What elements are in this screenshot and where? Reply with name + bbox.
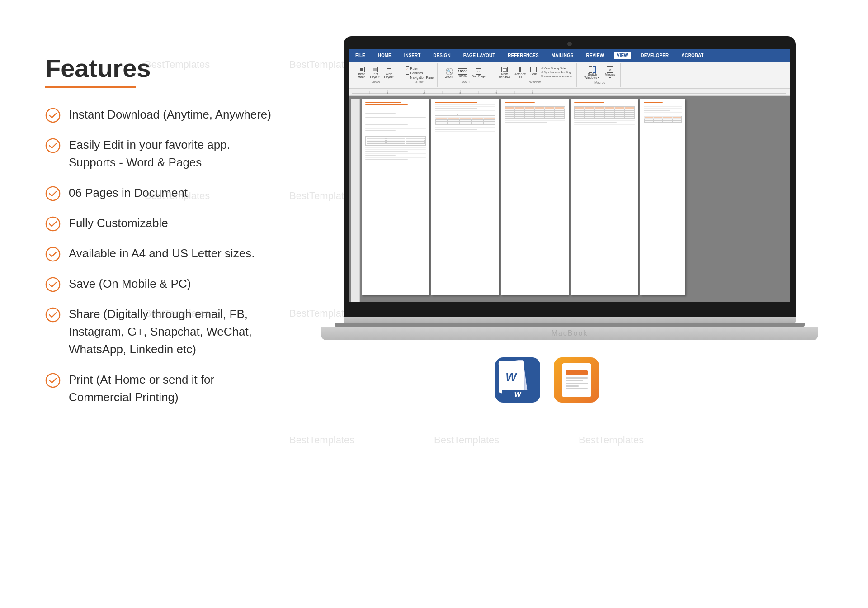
toolbar-window-group: New Window Arrange — [494, 63, 576, 87]
word-ribbon: FILE HOME INSERT DESIGN PAGE LAYOUT REFE… — [349, 49, 790, 62]
feature-list: Instant Download (Anytime, Anywhere) Eas… — [45, 106, 307, 406]
ribbon-tab-acrobat[interactable]: ACROBAT — [679, 52, 706, 59]
ribbon-tab-developer[interactable]: DEVELOPER — [638, 52, 672, 59]
ribbon-tab-pagelayout[interactable]: PAGE LAYOUT — [461, 52, 498, 59]
laptop-base: MacBook — [321, 317, 818, 344]
macros-button[interactable]: M Macros ▼ — [604, 66, 617, 80]
features-panel: Features Instant Download (Anytime, Anyw… — [45, 36, 307, 419]
svg-point-2 — [46, 186, 60, 200]
check-icon — [45, 247, 61, 262]
word-app-icon: W W — [495, 357, 540, 403]
one-page-button[interactable]: ▭ One Page — [470, 67, 487, 79]
new-window-button[interactable]: New Window — [497, 66, 511, 80]
list-item: 06 Pages in Document — [45, 184, 307, 202]
arrange-all-button[interactable]: Arrange All — [513, 66, 527, 80]
switch-windows-button[interactable]: Switch Windows▼ — [583, 66, 602, 80]
check-icon — [45, 138, 61, 153]
toolbar-zoom-group: 🔍 Zoom 100% 100% ▭ One — [440, 63, 491, 87]
word-content-area — [349, 96, 790, 302]
ribbon-tab-review[interactable]: REVIEW — [584, 52, 607, 59]
laptop-screen-inner: FILE HOME INSERT DESIGN PAGE LAYOUT REFE… — [349, 49, 790, 302]
ribbon-tab-insert[interactable]: INSERT — [401, 52, 424, 59]
svg-point-1 — [46, 138, 60, 152]
feature-text: Save (On Mobile & PC) — [69, 275, 307, 293]
svg-point-6 — [46, 308, 60, 321]
print-layout-button[interactable]: Print Layout — [369, 66, 381, 80]
ribbon-tab-mailings[interactable]: MAILINGS — [549, 52, 576, 59]
toolbar-switch-group: Switch Windows▼ M Macros ▼ Mac — [580, 63, 621, 87]
read-mode-button[interactable]: Read Mode — [356, 66, 367, 80]
list-item: Share (Digitally through email, FB,Insta… — [45, 305, 307, 358]
laptop-hinge — [335, 323, 805, 327]
feature-text: 06 Pages in Document — [69, 184, 307, 202]
doc-page-5 — [640, 99, 685, 295]
svg-point-7 — [46, 373, 60, 387]
check-icon — [45, 277, 61, 292]
laptop-base-bottom: MacBook — [321, 327, 818, 340]
doc-page-4 — [571, 99, 638, 295]
ribbon-tab-home[interactable]: HOME — [375, 52, 394, 59]
laptop-screen-outer: FILE HOME INSERT DESIGN PAGE LAYOUT REFE… — [344, 36, 796, 321]
toolbar-show-group: ✓ Ruler Gridlines Navi — [402, 63, 438, 87]
web-layout-button[interactable]: Web Layout — [383, 66, 395, 80]
features-title: Features — [45, 54, 307, 82]
feature-text: Available in A4 and US Letter sizes. — [69, 245, 307, 262]
laptop-mockup: FILE HOME INSERT DESIGN PAGE LAYOUT REFE… — [321, 36, 818, 344]
title-underline — [45, 86, 136, 88]
list-item: Save (On Mobile & PC) — [45, 275, 307, 293]
macbook-label: MacBook — [552, 329, 588, 337]
ribbon-tab-view[interactable]: VIEW — [614, 52, 631, 59]
check-icon — [45, 108, 61, 123]
check-icon — [45, 307, 61, 323]
zoom-button[interactable]: 🔍 Zoom — [444, 67, 455, 79]
svg-point-3 — [46, 217, 60, 230]
laptop-camera — [567, 42, 572, 46]
feature-text: Instant Download (Anytime, Anywhere) — [69, 106, 307, 124]
doc-page-1 — [362, 99, 429, 295]
feature-text: Print (At Home or send it forCommercial … — [69, 371, 307, 406]
list-item: Fully Customizable — [45, 214, 307, 232]
ribbon-tab-file[interactable]: FILE — [353, 52, 368, 59]
pages-app-icon — [554, 357, 599, 403]
ribbon-tab-design[interactable]: DESIGN — [430, 52, 453, 59]
svg-point-4 — [46, 247, 60, 261]
check-icon — [45, 186, 61, 201]
svg-point-0 — [46, 108, 60, 122]
feature-text: Share (Digitally through email, FB,Insta… — [69, 305, 307, 358]
list-item: Available in A4 and US Letter sizes. — [45, 245, 307, 262]
ruler: 1 2 3 4 5 — [349, 89, 790, 96]
doc-page-3 — [501, 99, 569, 295]
ribbon-tab-references[interactable]: REFERENCES — [505, 52, 541, 59]
list-item: Instant Download (Anytime, Anywhere) — [45, 106, 307, 124]
word-toolbar: Read Mode Print Layout — [349, 62, 790, 89]
check-icon — [45, 216, 61, 232]
zoom-100-button[interactable]: 100% 100% — [457, 67, 468, 79]
laptop-body: FILE HOME INSERT DESIGN PAGE LAYOUT REFE… — [321, 36, 818, 344]
check-icon — [45, 373, 61, 388]
app-icons-row: W W — [495, 357, 599, 403]
doc-page-2 — [431, 99, 499, 295]
word-nav-panel — [351, 99, 360, 302]
split-button[interactable]: Split — [529, 66, 538, 76]
toolbar-views-group: Read Mode Print Layout — [353, 63, 399, 87]
right-panel: FILE HOME INSERT DESIGN PAGE LAYOUT REFE… — [307, 36, 832, 403]
feature-text: Fully Customizable — [69, 214, 307, 232]
svg-rect-8 — [352, 93, 786, 94]
svg-point-5 — [46, 277, 60, 291]
laptop-base-top — [344, 317, 796, 323]
feature-text: Easily Edit in your favorite app.Support… — [69, 136, 307, 171]
list-item: Easily Edit in your favorite app.Support… — [45, 136, 307, 171]
list-item: Print (At Home or send it forCommercial … — [45, 371, 307, 406]
